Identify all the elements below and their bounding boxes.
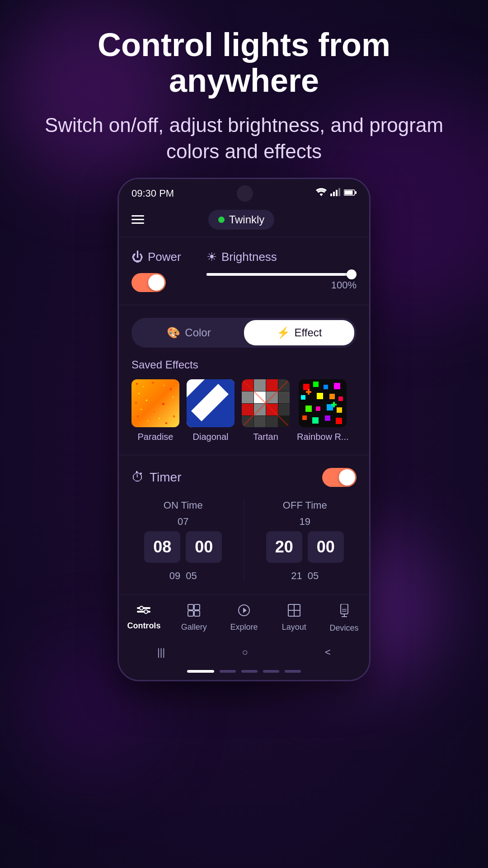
svg-point-74 <box>140 606 143 610</box>
power-toggle[interactable] <box>131 273 166 292</box>
explore-icon <box>238 604 250 620</box>
nav-controls[interactable]: Controls <box>119 600 169 637</box>
brightness-thumb[interactable] <box>347 269 357 279</box>
svg-rect-3 <box>338 188 340 196</box>
effect-diagonal[interactable]: Diagonal <box>187 379 235 442</box>
svg-rect-10 <box>152 382 154 384</box>
svg-rect-78 <box>188 611 193 616</box>
on-hour-below: 09 <box>169 570 180 582</box>
timer-toggle-knob <box>339 469 355 486</box>
svg-rect-34 <box>254 379 266 391</box>
on-hour-above: 07 <box>131 516 235 528</box>
svg-rect-60 <box>305 406 312 412</box>
app-badge[interactable]: Twinkly <box>208 210 275 230</box>
on-time-display: 08 00 <box>131 531 235 563</box>
svg-rect-76 <box>188 604 193 610</box>
saved-effects-label: Saved Effects <box>131 359 357 371</box>
brightness-label: Brightness <box>221 250 277 264</box>
off-time-column: OFF Time 19 20 00 21 05 <box>253 500 357 582</box>
effect-tartan[interactable]: Tartan <box>242 379 290 442</box>
power-label-row: ⏻ Power <box>131 250 206 264</box>
sys-menu-button[interactable]: ||| <box>157 646 165 658</box>
svg-rect-58 <box>329 394 335 399</box>
off-min-block[interactable]: 00 <box>308 531 344 563</box>
on-min-block[interactable]: 00 <box>186 531 222 563</box>
effect-diagonal-label: Diagonal <box>193 432 229 442</box>
nav-layout[interactable]: Layout <box>269 600 319 637</box>
color-tab-icon: 🎨 <box>167 326 180 339</box>
sys-nav: ||| ○ < <box>119 640 369 665</box>
effect-paradise[interactable]: Paradise <box>131 379 179 442</box>
tab-effect[interactable]: ⚡ Effect <box>244 320 354 345</box>
off-hour-above: 19 <box>300 516 310 528</box>
svg-rect-12 <box>170 388 172 390</box>
tab-color[interactable]: 🎨 Color <box>134 320 244 345</box>
devices-icon <box>338 604 350 621</box>
nav-explore[interactable]: Explore <box>219 600 269 637</box>
on-time-column: ON Time 07 08 00 09 05 <box>131 500 235 582</box>
nav-devices[interactable]: Devices <box>319 600 369 637</box>
effect-tab-label: Effect <box>295 326 322 339</box>
svg-rect-21 <box>169 406 170 408</box>
effect-paradise-label: Paradise <box>138 432 174 442</box>
signal-icon <box>330 188 340 198</box>
off-hour-block[interactable]: 20 <box>266 531 302 563</box>
svg-rect-19 <box>141 409 142 410</box>
svg-rect-25 <box>147 420 149 421</box>
brightness-slider[interactable] <box>206 273 357 276</box>
effect-tab-icon: ⚡ <box>277 326 290 339</box>
header-subtitle: Switch on/off, adjust brightness, and pr… <box>27 112 461 164</box>
effect-rainbow[interactable]: Rainbow R... <box>297 379 349 442</box>
dot-4 <box>263 670 279 673</box>
svg-rect-57 <box>317 393 323 399</box>
on-hour-block[interactable]: 08 <box>144 531 180 563</box>
sys-home-button[interactable]: ○ <box>242 646 248 658</box>
power-brightness-section: ⏻ Power ☀ Brightness <box>119 237 369 305</box>
status-camera <box>237 185 253 202</box>
layout-label: Layout <box>282 623 306 632</box>
timer-divider <box>244 500 244 582</box>
svg-rect-54 <box>324 385 328 389</box>
gallery-label: Gallery <box>181 623 207 632</box>
explore-label: Explore <box>230 623 258 632</box>
effect-rainbow-thumb <box>299 379 347 427</box>
menu-button[interactable] <box>131 215 144 224</box>
off-min-below: 05 <box>308 570 319 582</box>
on-separator: 00 <box>186 531 222 563</box>
brightness-column: ☀ Brightness 100% <box>206 250 357 291</box>
dot-1 <box>187 670 214 673</box>
svg-rect-24 <box>173 415 175 417</box>
power-brightness-row: ⏻ Power ☀ Brightness <box>131 250 357 292</box>
svg-rect-35 <box>266 379 278 391</box>
svg-rect-14 <box>156 391 158 392</box>
on-min-below: 05 <box>186 570 197 582</box>
svg-rect-37 <box>242 392 253 403</box>
svg-rect-17 <box>146 400 147 401</box>
timer-section: ⏱ Timer ON Time 07 08 <box>119 455 369 594</box>
svg-rect-23 <box>159 418 160 419</box>
svg-rect-2 <box>336 190 338 196</box>
svg-rect-56 <box>301 395 305 400</box>
svg-rect-20 <box>153 411 155 413</box>
tartan-svg <box>242 379 290 427</box>
rainbow-svg <box>299 379 347 427</box>
timer-times: ON Time 07 08 00 09 05 <box>131 500 357 582</box>
brightness-value: 100% <box>206 279 357 291</box>
tab-row: 🎨 Color ⚡ Effect <box>131 318 357 348</box>
dot-3 <box>241 670 258 673</box>
timer-toggle[interactable] <box>322 468 357 487</box>
svg-rect-18 <box>162 403 164 405</box>
status-icons <box>316 188 357 198</box>
svg-rect-66 <box>325 415 330 421</box>
svg-rect-15 <box>172 396 174 398</box>
svg-rect-67 <box>336 418 342 424</box>
controls-label: Controls <box>127 621 160 631</box>
svg-rect-7 <box>131 379 179 427</box>
svg-rect-79 <box>194 611 200 616</box>
nav-gallery[interactable]: Gallery <box>169 600 219 637</box>
dot-5 <box>285 670 301 673</box>
diagonal-svg <box>187 379 235 427</box>
sys-back-button[interactable]: < <box>325 646 331 658</box>
svg-rect-0 <box>330 193 332 196</box>
menu-line-1 <box>131 215 144 217</box>
